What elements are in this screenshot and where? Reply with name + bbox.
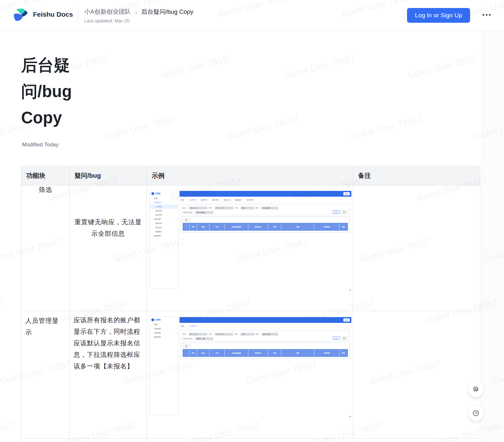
- breadcrumb-current: 后台疑问/bug Copy: [141, 8, 194, 16]
- mock-sidebar-item: ⌂首页: [149, 196, 178, 201]
- mock-grade-label: 年级：: [235, 333, 239, 335]
- mock-table-col: 序号: [189, 349, 197, 356]
- header-divider: [78, 7, 78, 24]
- mock-table-col: 专业班级: [314, 223, 340, 230]
- mock-college-select: 自动化学院▾: [261, 207, 278, 209]
- mock-brand-label: 运营端: [155, 192, 161, 195]
- doc-comment-icon: [472, 386, 479, 393]
- example-cell: 运营端 ⌂首页 ▫考核管理 ∧ 人员管理: [147, 185, 353, 311]
- mock-tab-close-icon: ×: [196, 325, 197, 327]
- mock-name-label: 姓名：: [183, 207, 188, 209]
- mock-caret-icon: ∧: [176, 217, 177, 221]
- mock-tab: 精选展示×: [235, 199, 243, 201]
- mock-sid-label: 学号：: [209, 207, 213, 209]
- doc-table: 功能块 疑问/bug 示例 备注 筛选 重置键无响应，无法显示全部信息 运营端: [21, 166, 480, 442]
- mock-sidebar-item: 人员管理: [149, 205, 178, 209]
- feature-cell: 筛选: [21, 185, 70, 311]
- mock-table-col: •: [183, 349, 189, 356]
- mock-flow-label: 当前所在流程：: [183, 211, 194, 213]
- example-cell: [147, 438, 353, 442]
- note-cell: [353, 438, 480, 442]
- mock-logo-icon: [151, 192, 154, 195]
- mock-sidebar-item: 预约管理: [149, 213, 178, 217]
- mock-table-block: 导出 •序号姓名学号当前考核流程联系方式年级学院专业班级操作: [181, 343, 350, 359]
- mock-tab: 人员管理×: [189, 199, 197, 201]
- mock-grade-label: 年级：: [235, 207, 239, 209]
- mock-brand: 运营端: [149, 191, 178, 196]
- mock-flow-label: 当前所在流程：: [183, 338, 194, 340]
- mock-main: 退出 首页×人员管理×流程管理×团队管理×组队介绍×精选展示×预约管理× 姓名：…: [180, 191, 351, 233]
- mock-tab-close-icon: ×: [196, 199, 197, 201]
- mock-logout-button: 退出: [343, 318, 350, 322]
- mock-main: 退出 首页×人员管理× 姓名： 请输入姓名 学号： 请输入学号 年级：: [180, 317, 351, 359]
- mock-sidebar-item-icon: ▫: [152, 217, 154, 221]
- mock-table-col: 学号: [210, 223, 225, 230]
- mock-sidebar-menu: ⌂首页 ▫考核管理 ∧ 人员管理 流程管理: [149, 196, 178, 238]
- mock-tab-close-icon: ×: [242, 199, 243, 201]
- app-header: Feishu Docs 小A创新创业团队 › 后台疑问/bug Copy Las…: [0, 0, 504, 30]
- right-rail: [482, 30, 504, 442]
- mock-table-col: 年级: [268, 349, 281, 356]
- breadcrumb-parent-link[interactable]: 小A创新创业团队: [84, 8, 131, 16]
- feature-cell: [21, 438, 70, 442]
- mock-sidebar-item-icon: ⌂: [152, 196, 154, 201]
- mock-tab-close-icon: ×: [254, 199, 255, 201]
- col-header-example: 示例: [147, 166, 353, 185]
- mock-sidebar-item: 流程管理: [149, 209, 178, 213]
- feedback-button[interactable]: [468, 382, 484, 397]
- issue-cell: 应该所有报名的账户都显示在下方，同时流程应该默认显示未报名信息，下拉流程筛选框应…: [70, 311, 147, 438]
- mock-caret-icon: ∨: [176, 331, 177, 335]
- mock-brand-label: 运营端: [155, 319, 161, 321]
- mock-grade-select: 2021▾: [241, 207, 254, 209]
- feishu-logo-icon[interactable]: [13, 8, 29, 23]
- mock-export-button: 导出: [183, 344, 190, 348]
- mock-table-col: •: [183, 223, 189, 230]
- mock-table-col: 专业班级: [314, 349, 340, 356]
- mock-tab-close-icon: ×: [185, 325, 186, 327]
- doc-table-header-row: 功能块 疑问/bug 示例 备注: [21, 166, 480, 185]
- note-cell: [353, 311, 480, 438]
- mock-table-col: 学院: [281, 223, 314, 230]
- table-row: [21, 438, 480, 442]
- issue-cell: [70, 438, 147, 442]
- example-screenshot-1[interactable]: 运营端 ⌂首页 ▫考核管理 ∧ 人员管理: [149, 190, 351, 290]
- mock-flow-select: A4组-未通过▾: [195, 211, 213, 214]
- mock-sidebar-item-icon: ⌂: [152, 323, 154, 327]
- mock-table-col: 当前考核流程: [225, 223, 248, 230]
- col-header-feature: 功能块: [21, 166, 70, 185]
- mock-logo-icon: [151, 318, 154, 321]
- mock-topbar: 退出: [180, 191, 351, 197]
- svg-text:?: ?: [475, 411, 477, 415]
- issue-text: 应该所有报名的账户都显示在下方，同时流程应该默认显示未报名信息，下拉流程筛选框应…: [74, 314, 143, 372]
- mock-reset-button: 重置: [341, 210, 348, 214]
- issue-cell: 重置键无响应，无法显示全部信息: [70, 185, 147, 311]
- mock-name-input: 请输入姓名: [189, 333, 207, 336]
- mock-tab-close-icon: ×: [231, 199, 232, 201]
- mock-table-col: 操作: [340, 349, 348, 356]
- mock-name-input: 请输入姓名: [189, 207, 207, 209]
- mock-table-col: 当前考核流程: [225, 349, 248, 356]
- mock-sidebar-menu: ⌂首页 ▫考核管理 ∨ ▫信息管理 ∨ ▫账号管理: [149, 323, 178, 339]
- modified-label: Modified Today: [22, 142, 59, 148]
- mock-search-button: 查询: [333, 210, 340, 214]
- mock-college-label: 学院：: [255, 207, 260, 209]
- mock-college-select: 自动化学院▾: [261, 333, 278, 336]
- mock-sidebar-item: ▫信息管理 ∧: [149, 217, 178, 221]
- more-menu-icon[interactable]: [483, 14, 491, 16]
- mock-tab: 组队介绍×: [224, 199, 232, 201]
- mock-sidebar-item: ▫考核管理 ∧: [149, 201, 178, 205]
- mock-sidebar-item: ⌂首页: [149, 323, 178, 327]
- mock-tab-close-icon: ×: [185, 199, 186, 201]
- login-signup-button[interactable]: Log In or Sign Up: [407, 8, 470, 23]
- mock-sidebar: 运营端 ⌂首页 ▫考核管理 ∧ 人员管理: [149, 190, 179, 289]
- help-button[interactable]: ?: [468, 405, 484, 421]
- example-screenshot-2[interactable]: 运营端 ⌂首页 ▫考核管理 ∨ ▫信息管理: [149, 316, 351, 416]
- mock-sidebar-item-icon: ▫: [152, 201, 154, 205]
- mock-filter-panel: 姓名： 请输入姓名 学号： 请输入学号 年级： 2021▾ 学院： 自动化学院▾…: [181, 331, 350, 341]
- mock-caret-icon: ∨: [176, 327, 177, 331]
- mock-tab: 首页×: [181, 325, 186, 327]
- mock-sid-input: 请输入学号: [215, 207, 233, 209]
- product-name[interactable]: Feishu Docs: [33, 11, 73, 18]
- mock-table-col: 学院: [281, 349, 314, 356]
- mock-college-label: 学院：: [255, 333, 260, 335]
